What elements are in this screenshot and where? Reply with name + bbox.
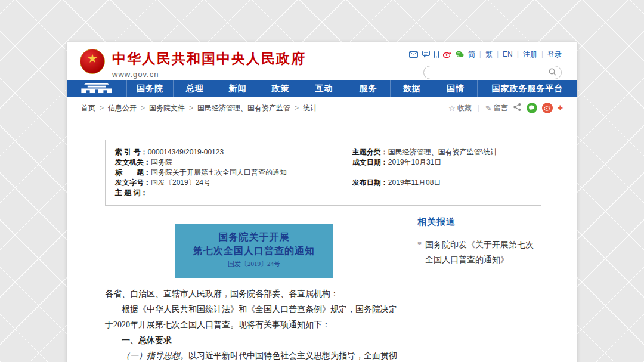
related-reports-sidebar: 相关报道 * 国务院印发《关于开展第七次全国人口普查的通知》 [417, 206, 544, 362]
breadcrumb-separator: > [295, 104, 299, 112]
breadcrumb-separator: > [100, 104, 104, 112]
doc-number-value: 国发〔2019〕24号 [151, 178, 210, 188]
site-header: ★ 中华人民共和国中央人民政府 www.gov.cn [67, 42, 577, 80]
search-bar [423, 66, 562, 79]
related-report-link[interactable]: 国务院印发《关于开展第七次全国人口普查的通知》 [425, 237, 537, 267]
breadcrumb-item-state-council-docs[interactable]: 国务院文件 [149, 103, 185, 113]
paragraph-intro: 根据《中华人民共和国统计法》和《全国人口普查条例》规定，国务院决定于2020年开… [105, 302, 403, 333]
wechat-icon[interactable] [456, 51, 464, 58]
search-input[interactable] [431, 66, 549, 79]
document-info-table: 索 引 号： 000014349/2019-00123 发文机关： 国务院 标 … [105, 140, 541, 206]
title-label: 标 题： [115, 168, 151, 178]
document-letterhead: 国务院关于开展 第七次全国人口普查的通知 国发〔2019〕24号 [175, 224, 333, 278]
paragraph-guiding-ideology: （一）指导思想。以习近平新时代中国特色社会主义思想为指导，全面贯彻党的十九大和十… [105, 348, 403, 362]
title-value: 国务院关于开展第七次全国人口普查的通知 [151, 168, 287, 178]
written-date-label: 成文日期： [352, 157, 388, 168]
nav-item-services[interactable]: 服务 [346, 80, 390, 97]
nav-item-policy[interactable]: 政策 [259, 80, 302, 97]
breadcrumb-item-info-disclosure[interactable]: 信息公开 [108, 103, 137, 113]
doc-info-row-subject-words: 主 题 词： [115, 188, 352, 198]
breadcrumb-home[interactable]: 首页 [81, 103, 95, 113]
mail-icon[interactable] [409, 51, 418, 58]
nav-item-gov-service-platform[interactable]: 国家政务服务平台 [477, 80, 577, 97]
comment-button[interactable]: ✎ 留言 [485, 103, 508, 113]
nav-home-tiananmen[interactable] [67, 80, 126, 97]
breadcrumb-separator: > [141, 104, 145, 112]
share-wechat-button[interactable] [527, 103, 537, 113]
search-button[interactable] [549, 68, 556, 78]
nav-item-state-council[interactable]: 国务院 [126, 80, 173, 97]
breadcrumb: 首页 > 信息公开 > 国务院文件 > 国民经济管理、国有资产监管 > 统计 ☆… [67, 97, 577, 119]
bullet-asterisk: * [417, 237, 425, 267]
chat-icon[interactable] [422, 51, 430, 58]
document-body: 各省、自治区、直辖市人民政府，国务院各部委、各直属机构： 根据《中华人民共和国统… [105, 286, 403, 362]
lang-english-link[interactable]: EN [503, 50, 513, 58]
paragraph-salutation: 各省、自治区、直辖市人民政府，国务院各部委、各直属机构： [105, 286, 403, 302]
favorite-label: 收藏 [457, 103, 472, 113]
index-number-label: 索 引 号： [115, 147, 148, 157]
breadcrumb-actions: ☆ 收藏 | ✎ 留言 + [448, 103, 563, 113]
document-number: 国发〔2019〕24号 [181, 259, 327, 268]
nav-item-news[interactable]: 新闻 [216, 80, 259, 97]
page-container: ★ 中华人民共和国中央人民政府 www.gov.cn [67, 42, 577, 362]
tiananmen-icon [78, 82, 115, 95]
written-date-value: 2019年10月31日 [388, 157, 441, 168]
lang-traditional-link[interactable]: 繁 [485, 49, 493, 60]
nav-item-data[interactable]: 数据 [390, 80, 434, 97]
main-area: 国务院关于开展 第七次全国人口普查的通知 国发〔2019〕24号 各省、自治区、… [67, 206, 577, 362]
doc-info-row-subject-category: 主题分类： 国民经济管理、国有资产监管\统计 [352, 147, 531, 157]
login-link[interactable]: 登录 [547, 49, 562, 60]
breadcrumb-item-statistics[interactable]: 统计 [303, 103, 317, 113]
document-title-line1: 国务院关于开展 [181, 230, 327, 244]
search-icon [549, 68, 556, 78]
doc-info-row-index-number: 索 引 号： 000014349/2019-00123 [115, 147, 352, 157]
subject-category-label: 主题分类： [352, 147, 388, 157]
actions-divider: | [478, 104, 479, 112]
header-quick-links: 简 | 繁 | EN | 注册 | 登录 [409, 49, 562, 60]
national-emblem-logo: ★ [80, 49, 105, 74]
letterhead-rule [191, 273, 317, 273]
document-content-column: 国务院关于开展 第七次全国人口普查的通知 国发〔2019〕24号 各省、自治区、… [105, 206, 403, 362]
header-separator: | [541, 50, 543, 58]
pencil-icon: ✎ [485, 104, 492, 113]
breadcrumb-separator: > [189, 104, 193, 112]
header-separator: | [517, 50, 519, 58]
header-separator: | [479, 50, 481, 58]
nav-item-interaction[interactable]: 互动 [302, 80, 346, 97]
doc-number-label: 发文字号： [115, 178, 151, 188]
favorite-button[interactable]: ☆ 收藏 [448, 103, 472, 113]
weibo-icon[interactable] [443, 51, 451, 58]
main-nav: 国务院 总理 新闻 政策 互动 服务 数据 国情 国家政务服务平台 [67, 80, 577, 97]
related-reports-title: 相关报道 [417, 216, 544, 228]
star-icon: ★ [80, 52, 104, 64]
register-link[interactable]: 注册 [523, 49, 537, 60]
publish-date-label: 发布日期： [352, 178, 388, 188]
site-title-block[interactable]: 中华人民共和国中央人民政府 www.gov.cn [112, 49, 306, 80]
share-button[interactable] [513, 103, 522, 113]
subject-words-label: 主 题 词： [115, 188, 148, 198]
doc-info-right-column: 主题分类： 国民经济管理、国有资产监管\统计 成文日期： 2019年10月31日… [352, 147, 531, 198]
star-icon: ☆ [448, 104, 456, 113]
lang-simplified-link[interactable]: 简 [468, 49, 475, 60]
comment-label: 留言 [494, 103, 508, 113]
document-title-line2: 第七次全国人口普查的通知 [181, 244, 327, 258]
doc-info-row-doc-number: 发文字号： 国发〔2019〕24号 [115, 178, 352, 188]
nav-item-premier[interactable]: 总理 [173, 80, 216, 97]
header-right: 简 | 繁 | EN | 注册 | 登录 [409, 49, 562, 80]
doc-info-row-issuing-agency: 发文机关： 国务院 [115, 157, 352, 168]
doc-info-left-column: 索 引 号： 000014349/2019-00123 发文机关： 国务院 标 … [115, 147, 352, 198]
issuing-agency-label: 发文机关： [115, 157, 151, 168]
share-more-button[interactable]: + [558, 103, 563, 113]
nav-item-national-conditions[interactable]: 国情 [434, 80, 477, 97]
paragraph-lead-italic: （一）指导思想。 [122, 351, 188, 360]
site-title[interactable]: 中华人民共和国中央人民政府 [112, 49, 306, 68]
doc-info-row-written-date: 成文日期： 2019年10月31日 [352, 157, 531, 168]
site-url: www.gov.cn [112, 70, 306, 79]
breadcrumb-item-economy-category[interactable]: 国民经济管理、国有资产监管 [197, 103, 290, 113]
index-number-value: 000014349/2019-00123 [148, 147, 224, 157]
publish-date-value: 2019年11月08日 [388, 178, 441, 188]
mobile-icon[interactable] [434, 51, 439, 58]
share-weibo-button[interactable] [542, 103, 553, 113]
related-report-item[interactable]: * 国务院印发《关于开展第七次全国人口普查的通知》 [417, 237, 537, 267]
subject-category-value: 国民经济管理、国有资产监管\统计 [388, 147, 497, 157]
